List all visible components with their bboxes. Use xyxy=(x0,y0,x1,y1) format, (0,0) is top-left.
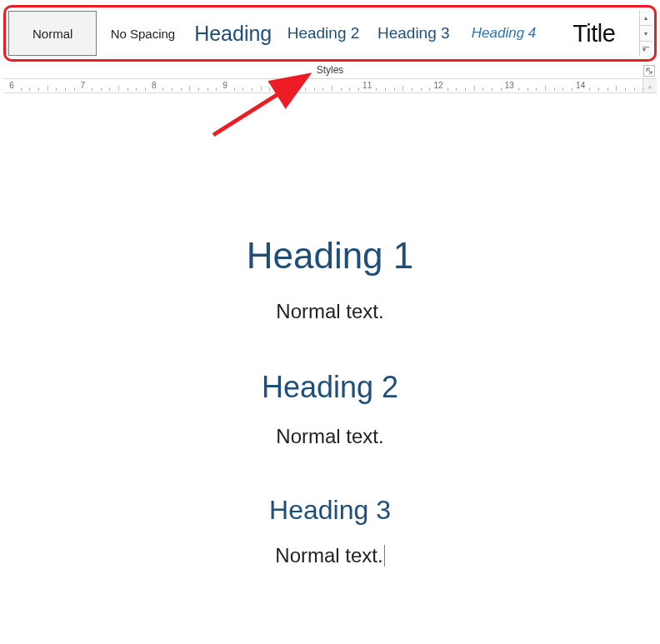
style-option-label: Heading 2 xyxy=(288,24,360,42)
ruler-minor-tick xyxy=(518,87,519,91)
ruler-minor-tick xyxy=(181,87,182,91)
ruler-minor-tick xyxy=(198,87,199,91)
ruler-minor-tick xyxy=(634,87,635,91)
ruler-minor-tick xyxy=(128,87,128,91)
style-option-label: Heading 3 xyxy=(378,24,450,42)
ruler-minor-tick xyxy=(394,87,395,91)
gallery-scroll: ▴▾▾ xyxy=(639,10,652,57)
ruler-mark: 6 xyxy=(9,81,14,90)
ruler-minor-tick xyxy=(38,87,39,91)
ruler-minor-tick xyxy=(562,87,563,91)
styles-group-label: Styles xyxy=(317,64,344,76)
ruler-minor-tick xyxy=(278,87,279,91)
ruler-minor-tick xyxy=(216,87,217,91)
ruler-mark: 9 xyxy=(222,81,228,90)
ruler-mark: 12 xyxy=(433,81,442,90)
ruler-minor-tick xyxy=(545,86,546,91)
ruler-minor-tick xyxy=(376,87,377,91)
style-option-no-spacing[interactable]: No Spacing xyxy=(98,11,187,56)
ribbon-group-row: Styles xyxy=(3,63,657,78)
ruler-minor-tick xyxy=(92,87,92,91)
style-option-label: Heading xyxy=(194,22,272,46)
ruler-minor-tick xyxy=(322,87,323,91)
ruler-minor-tick xyxy=(349,87,350,91)
doc-heading[interactable]: Heading 3 xyxy=(33,495,627,526)
style-option-label: No Spacing xyxy=(111,27,176,41)
ruler-minor-tick xyxy=(572,87,572,91)
ruler-minor-tick xyxy=(616,86,617,91)
styles-gallery: NormalNo SpacingHeadingHeading 2Heading … xyxy=(8,10,652,57)
ruler-minor-tick xyxy=(234,87,235,91)
ruler-minor-tick xyxy=(252,87,252,91)
ruler-minor-tick xyxy=(492,87,492,91)
ruler-minor-tick xyxy=(29,87,30,91)
ruler-minor-tick xyxy=(56,87,57,91)
ruler-minor-tick xyxy=(48,86,48,91)
style-option-title[interactable]: Title xyxy=(550,11,638,56)
ruler-mark: 7 xyxy=(81,81,86,90)
ruler-minor-tick xyxy=(101,87,102,91)
ruler-mark: 8 xyxy=(152,81,157,90)
ruler-minor-tick xyxy=(314,87,315,91)
ruler-mark: 14 xyxy=(576,81,585,90)
ruler-minor-tick xyxy=(242,87,243,91)
ruler-minor-tick xyxy=(385,87,386,91)
style-option-heading-4[interactable]: Heading 4 xyxy=(459,11,548,56)
ruler-minor-tick xyxy=(162,87,163,91)
doc-heading[interactable]: Heading 1 xyxy=(33,235,627,277)
gallery-expand[interactable]: ▾ xyxy=(640,42,652,57)
ruler-minor-tick xyxy=(269,87,270,91)
doc-paragraph[interactable]: Normal text. xyxy=(33,300,627,323)
style-option-heading-2[interactable]: Heading 2 xyxy=(279,11,368,56)
ruler-minor-tick xyxy=(625,87,626,91)
document-page[interactable]: Heading 1Normal text.Heading 2Normal tex… xyxy=(0,118,660,634)
ruler-track: 67891011121314 xyxy=(3,79,643,92)
gallery-scroll-down[interactable]: ▾ xyxy=(640,26,652,42)
ruler-scroll-icon: ▵ xyxy=(643,79,657,92)
ruler-minor-tick xyxy=(145,87,146,91)
ruler-minor-tick xyxy=(429,87,430,91)
ruler-minor-tick xyxy=(65,87,66,91)
ruler-minor-tick xyxy=(402,86,403,91)
ruler-minor-tick xyxy=(501,87,502,91)
styles-dialog-launcher[interactable] xyxy=(643,65,655,77)
ruler-minor-tick xyxy=(341,87,342,91)
ruler-minor-tick xyxy=(554,87,555,91)
ruler-minor-tick xyxy=(448,87,448,91)
style-option-heading[interactable]: Heading xyxy=(189,11,278,56)
doc-paragraph[interactable]: Normal text. xyxy=(275,544,384,567)
ruler-minor-tick xyxy=(474,86,475,91)
ruler-minor-tick xyxy=(261,86,262,91)
ruler-minor-tick xyxy=(358,87,359,91)
horizontal-ruler[interactable]: 67891011121314 ▵ xyxy=(3,78,657,93)
ruler-minor-tick xyxy=(109,87,110,91)
ruler-minor-tick xyxy=(598,87,599,91)
text-cursor xyxy=(384,545,385,567)
ruler-minor-tick xyxy=(421,87,422,91)
ruler-minor-tick xyxy=(136,87,137,91)
ruler-minor-tick xyxy=(608,87,608,91)
ruler-mark: 10 xyxy=(292,81,301,90)
ruler-minor-tick xyxy=(536,87,537,91)
style-option-label: Normal xyxy=(32,27,72,41)
ruler-minor-tick xyxy=(21,87,22,91)
ruler-minor-tick xyxy=(528,87,528,91)
ruler-minor-tick xyxy=(482,87,483,91)
doc-heading[interactable]: Heading 2 xyxy=(33,370,627,405)
style-option-label: Heading 4 xyxy=(472,25,537,42)
style-option-normal[interactable]: Normal xyxy=(8,11,97,56)
style-option-heading-3[interactable]: Heading 3 xyxy=(369,11,458,56)
ruler-minor-tick xyxy=(208,87,208,91)
style-option-label: Title xyxy=(572,20,615,47)
ruler-minor-tick xyxy=(288,87,288,91)
ruler-minor-tick xyxy=(456,87,457,91)
ruler-minor-tick xyxy=(305,87,306,91)
annotation-highlight-box: NormalNo SpacingHeadingHeading 2Heading … xyxy=(3,5,657,62)
doc-paragraph[interactable]: Normal text. xyxy=(33,425,627,448)
ruler-minor-tick xyxy=(589,87,590,91)
ruler-minor-tick xyxy=(412,87,412,91)
ruler-minor-tick xyxy=(332,86,332,91)
gallery-scroll-up[interactable]: ▴ xyxy=(640,10,652,26)
ruler-minor-tick xyxy=(74,87,75,91)
ruler-minor-tick xyxy=(465,87,466,91)
